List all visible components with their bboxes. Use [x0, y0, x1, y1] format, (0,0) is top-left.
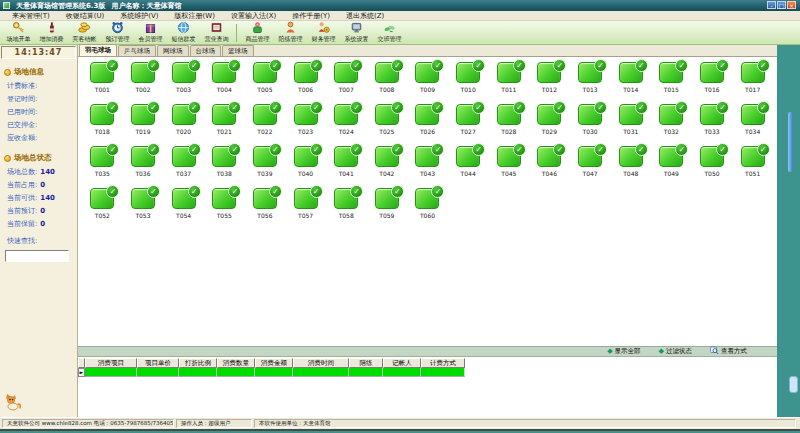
court-item[interactable]: ✓ T011	[497, 62, 521, 104]
tab-4[interactable]: 篮球场	[222, 45, 254, 56]
court-item[interactable]: ✓ T054	[172, 188, 196, 230]
menu-item-3[interactable]: 版权注册(W)	[167, 11, 223, 21]
court-item[interactable]: ✓ T005	[253, 62, 277, 104]
court-item[interactable]: ✓ T028	[497, 104, 521, 146]
toolbar-button-monitor[interactable]: 系统设置	[340, 21, 373, 44]
court-item[interactable]: ✓ T059	[375, 188, 399, 230]
court-item[interactable]: ✓ T010	[456, 62, 480, 104]
court-item[interactable]: ✓ T044	[456, 146, 480, 188]
court-item[interactable]: ✓ T036	[131, 146, 155, 188]
court-item[interactable]: ✓ T018	[90, 104, 114, 146]
maximize-button[interactable]: □	[777, 1, 786, 9]
court-item[interactable]: ✓ T031	[619, 104, 643, 146]
toolbar-button-clock[interactable]: 预订管理	[101, 21, 134, 44]
court-item[interactable]: ✓ T008	[375, 62, 399, 104]
court-item[interactable]: ✓ T037	[172, 146, 196, 188]
toolbar-button-book[interactable]: 营业查询	[200, 21, 233, 44]
court-item[interactable]: ✓ T058	[334, 188, 358, 230]
quick-search-input[interactable]	[5, 250, 69, 262]
court-item[interactable]: ✓ T045	[497, 146, 521, 188]
table-header-cell[interactable]: 项目单价	[137, 358, 179, 368]
court-item[interactable]: ✓ T009	[415, 62, 439, 104]
court-item[interactable]: ✓ T039	[253, 146, 277, 188]
toolbar-button-trainer[interactable]: 陪练管理	[274, 21, 307, 44]
court-item[interactable]: ✓ T048	[619, 146, 643, 188]
table-header-cell[interactable]: 消费金额	[255, 358, 293, 368]
court-item[interactable]: ✓ T056	[253, 188, 277, 230]
court-item[interactable]: ✓ T027	[456, 104, 480, 146]
court-item[interactable]: ✓ T032	[659, 104, 683, 146]
court-item[interactable]: ✓ T052	[90, 188, 114, 230]
court-item[interactable]: ✓ T038	[212, 146, 236, 188]
tab-0[interactable]: 羽毛球场	[79, 44, 117, 56]
court-item[interactable]: ✓ T020	[172, 104, 196, 146]
court-item[interactable]: ✓ T025	[375, 104, 399, 146]
toolbar-button-goods[interactable]: 商品管理	[241, 21, 274, 44]
toolbar-button-globe[interactable]: 短信群发	[167, 21, 200, 44]
table-header-cell[interactable]: 记帐人	[383, 358, 421, 368]
toolbar-button-finance[interactable]: 财务管理	[307, 21, 340, 44]
court-item[interactable]: ✓ T022	[253, 104, 277, 146]
toolbar-button-key[interactable]: 场地开单	[2, 21, 35, 44]
court-item[interactable]: ✓ T013	[578, 62, 602, 104]
table-empty-row[interactable]: ►	[78, 368, 777, 377]
court-item[interactable]: ✓ T030	[578, 104, 602, 146]
court-item[interactable]: ✓ T060	[415, 188, 439, 230]
court-item[interactable]: ✓ T034	[741, 104, 765, 146]
table-header-cell[interactable]: 消费时间	[293, 358, 349, 368]
court-item[interactable]: ✓ T046	[537, 146, 561, 188]
table-header-cell[interactable]: 陪练	[349, 358, 383, 368]
court-item[interactable]: ✓ T053	[131, 188, 155, 230]
court-item[interactable]: ✓ T015	[659, 62, 683, 104]
menu-item-2[interactable]: 系统维护(V)	[112, 11, 166, 21]
scrollbar-thumb[interactable]	[788, 112, 793, 172]
court-item[interactable]: ✓ T026	[415, 104, 439, 146]
court-item[interactable]: ✓ T016	[700, 62, 724, 104]
menu-item-4[interactable]: 设置输入法(X)	[223, 11, 284, 21]
court-item[interactable]: ✓ T021	[212, 104, 236, 146]
minimize-button[interactable]: -	[767, 1, 776, 9]
court-item[interactable]: ✓ T023	[294, 104, 318, 146]
table-header-cell[interactable]: 打折比例	[179, 358, 217, 368]
court-item[interactable]: ✓ T033	[700, 104, 724, 146]
court-item[interactable]: ✓ T051	[741, 146, 765, 188]
menu-item-6[interactable]: 退出系统(Z)	[338, 11, 392, 21]
court-item[interactable]: ✓ T041	[334, 146, 358, 188]
court-item[interactable]: ✓ T004	[212, 62, 236, 104]
court-item[interactable]: ✓ T001	[90, 62, 114, 104]
court-item[interactable]: ✓ T049	[659, 146, 683, 188]
table-header-cell[interactable]: 消费项目	[85, 358, 137, 368]
court-item[interactable]: ✓ T042	[375, 146, 399, 188]
court-item[interactable]: ✓ T050	[700, 146, 724, 188]
court-item[interactable]: ✓ T057	[294, 188, 318, 230]
toolbar-button-coins[interactable]: 宾客结帐	[68, 21, 101, 44]
table-header-cell[interactable]: 消费数量	[217, 358, 255, 368]
court-item[interactable]: ✓ T040	[294, 146, 318, 188]
tab-3[interactable]: 台球场	[190, 45, 222, 56]
menu-item-0[interactable]: 来宾管理(T)	[4, 11, 58, 21]
toolbar-button-gift[interactable]: 会员管理	[134, 21, 167, 44]
court-item[interactable]: ✓ T029	[537, 104, 561, 146]
court-item[interactable]: ✓ T002	[131, 62, 155, 104]
court-item[interactable]: ✓ T012	[537, 62, 561, 104]
court-item[interactable]: ✓ T035	[90, 146, 114, 188]
court-item[interactable]: ✓ T024	[334, 104, 358, 146]
tab-2[interactable]: 网球场	[157, 45, 189, 56]
court-item[interactable]: ✓ T055	[212, 188, 236, 230]
court-item[interactable]: ✓ T017	[741, 62, 765, 104]
filter-option-2[interactable]: 查看方式	[710, 346, 747, 357]
filter-option-0[interactable]: ◆ 显示全部	[607, 347, 640, 356]
court-item[interactable]: ✓ T007	[334, 62, 358, 104]
scrollbar-button[interactable]	[789, 376, 798, 393]
court-item[interactable]: ✓ T003	[172, 62, 196, 104]
table-header-cell[interactable]: 计费方式	[421, 358, 465, 368]
court-item[interactable]: ✓ T047	[578, 146, 602, 188]
court-item[interactable]: ✓ T043	[415, 146, 439, 188]
toolbar-button-bottle[interactable]: 增加消费	[35, 21, 68, 44]
tab-1[interactable]: 乒乓球场	[118, 45, 156, 56]
court-item[interactable]: ✓ T014	[619, 62, 643, 104]
court-item[interactable]: ✓ T006	[294, 62, 318, 104]
close-button[interactable]: ×	[787, 1, 796, 9]
toolbar-button-hands[interactable]: 交班管理	[373, 21, 406, 44]
menu-item-1[interactable]: 收银结算(U)	[58, 11, 113, 21]
